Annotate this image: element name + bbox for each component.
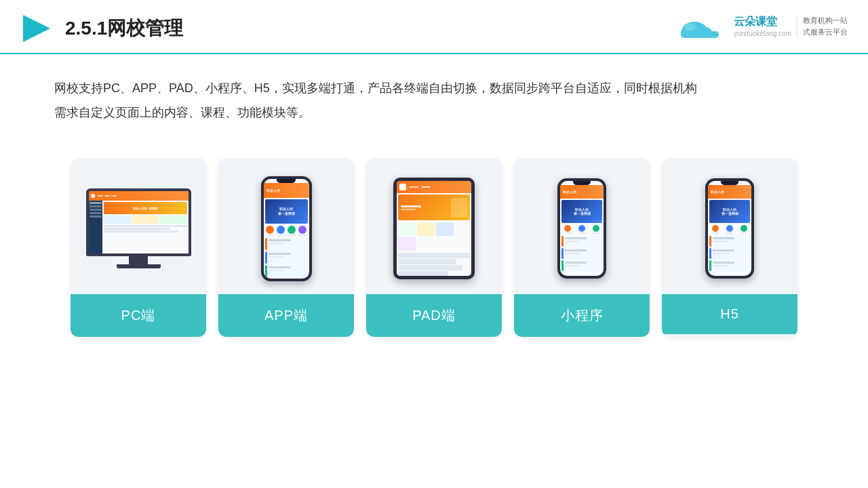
tablet-nav-1 bbox=[409, 186, 418, 188]
h5-row-text-3 bbox=[713, 262, 734, 264]
phone-row-3 bbox=[265, 265, 308, 277]
tablet-row-3 bbox=[398, 265, 462, 270]
svg-rect-4 bbox=[681, 31, 719, 38]
svg-point-5 bbox=[685, 23, 696, 31]
mini-icon-label-1 bbox=[564, 232, 571, 234]
logo-area: 云朵课堂 yunduoketang.com 教育机构一站 式服务云平台 bbox=[674, 15, 848, 42]
logo-tagline: 教育机构一站 bbox=[803, 15, 848, 26]
icon-circle-4 bbox=[298, 226, 307, 234]
h5-row-1 bbox=[709, 236, 750, 247]
card-pad-image bbox=[366, 159, 502, 294]
phone-mini-device: 职达人的 职达人的第一堂网课 bbox=[557, 178, 606, 279]
phone-h5-notch bbox=[721, 181, 738, 185]
phone-h5-screen: 职达人的 职达人的第一堂网课 bbox=[708, 181, 751, 276]
h5-icon-label-2 bbox=[726, 232, 733, 234]
phone-row-text-2 bbox=[269, 253, 292, 255]
logo-url: yunduoketang.com bbox=[734, 30, 791, 37]
h5-icon-circle-3 bbox=[741, 225, 747, 232]
card-app: 职达人的 职达人的第一堂网课 bbox=[218, 159, 354, 337]
cards-container: 职场人的第一堂网课 bbox=[0, 138, 868, 357]
h5-row-sub-1 bbox=[713, 241, 727, 242]
card-pc-image: 职场人的第一堂网课 bbox=[71, 159, 206, 294]
h5-row-text-1 bbox=[713, 237, 734, 239]
mini-icon-label-3 bbox=[593, 232, 599, 234]
card-mini-label: 小程序 bbox=[514, 294, 650, 337]
h5-row-text-2 bbox=[713, 249, 734, 251]
phone-header-text-app: 职达人的 bbox=[267, 188, 280, 192]
tablet-row-2 bbox=[398, 259, 456, 264]
phone-icon-3 bbox=[288, 226, 296, 236]
card-app-label: APP端 bbox=[218, 294, 354, 337]
tablet-row-4 bbox=[398, 271, 448, 276]
mini-row-text-3 bbox=[565, 262, 587, 264]
icon-circle-3 bbox=[288, 226, 296, 234]
grid-item-1 bbox=[398, 222, 416, 236]
card-app-image: 职达人的 职达人的第一堂网课 bbox=[218, 159, 354, 294]
card-mini-image: 职达人的 职达人的第一堂网课 bbox=[514, 159, 650, 294]
phone-row-sub-1 bbox=[269, 243, 283, 244]
phone-row-text-1 bbox=[269, 239, 292, 241]
h5-icon-1 bbox=[712, 225, 719, 234]
h5-icon-label-3 bbox=[741, 232, 747, 234]
card-pad-label: PAD端 bbox=[366, 294, 502, 337]
h5-row-3 bbox=[709, 260, 750, 271]
mini-row-3 bbox=[561, 260, 602, 271]
description-text: 网校支持PC、APP、PAD、小程序、H5，实现多端打通，产品各终端自由切换，数… bbox=[54, 76, 814, 100]
phone-header-app: 职达人的 bbox=[264, 183, 309, 198]
phone-device-app: 职达人的 职达人的第一堂网课 bbox=[261, 176, 312, 281]
mini-rows bbox=[561, 236, 602, 271]
phone-screen-app: 职达人的 职达人的第一堂网课 bbox=[264, 179, 309, 279]
icon-label-4 bbox=[298, 235, 307, 236]
mini-row-2 bbox=[561, 248, 602, 259]
description-area: 网校支持PC、APP、PAD、小程序、H5，实现多端打通，产品各终端自由切换，数… bbox=[0, 54, 868, 131]
h5-icon-circle-2 bbox=[726, 225, 733, 232]
mini-row-sub-2 bbox=[565, 253, 579, 254]
phone-rows-app bbox=[265, 238, 308, 277]
mini-icon-label-2 bbox=[578, 232, 585, 234]
phone-banner-text-app: 职达人的第一堂网课 bbox=[278, 207, 295, 216]
h5-row-2 bbox=[709, 248, 750, 259]
phone-row-2 bbox=[265, 251, 308, 264]
logo-text-area: 云朵课堂 yunduoketang.com bbox=[734, 15, 791, 37]
mini-icon-circle-2 bbox=[578, 225, 585, 232]
tablet-header bbox=[397, 181, 471, 193]
cloud-logo-icon bbox=[674, 15, 728, 42]
header-left: 2.5.1网校管理 bbox=[20, 12, 183, 45]
icon-label-2 bbox=[277, 235, 285, 236]
card-h5: 职达人的 职达人的第一堂网课 bbox=[662, 159, 797, 337]
grid-item-4 bbox=[398, 237, 416, 251]
header: 2.5.1网校管理 云朵课堂 yunduoketang.com 教育机构一站 式… bbox=[0, 0, 868, 54]
logo-tagline2: 式服务云平台 bbox=[803, 26, 848, 38]
h5-row-sub-2 bbox=[713, 253, 727, 254]
icon-circle-2 bbox=[277, 226, 285, 234]
tablet-content bbox=[397, 193, 471, 276]
phone-notch-app bbox=[277, 179, 296, 183]
mini-icon-3 bbox=[593, 225, 599, 234]
phone-banner-app: 职达人的第一堂网课 bbox=[265, 199, 308, 224]
phone-icon-1 bbox=[266, 226, 274, 236]
play-icon bbox=[20, 12, 53, 45]
tablet-screen bbox=[397, 181, 471, 276]
grid-item-2 bbox=[417, 222, 435, 236]
phone-icon-2 bbox=[277, 226, 285, 236]
h5-icon-3 bbox=[741, 225, 747, 234]
phone-mini-screen: 职达人的 职达人的第一堂网课 bbox=[560, 181, 604, 276]
h5-rows bbox=[709, 236, 750, 271]
h5-icon-label-1 bbox=[712, 232, 719, 234]
card-h5-label: H5 bbox=[662, 294, 797, 334]
description-text2: 需求自定义页面上的内容、课程、功能模块等。 bbox=[54, 100, 814, 125]
tablet-device bbox=[393, 178, 475, 279]
page-title: 2.5.1网校管理 bbox=[65, 16, 183, 41]
phone-h5-device: 职达人的 职达人的第一堂网课 bbox=[705, 178, 754, 279]
tablet-rows bbox=[398, 253, 470, 276]
mini-row-sub-1 bbox=[565, 241, 579, 242]
tablet-row-1 bbox=[398, 253, 470, 258]
tablet-banner bbox=[398, 195, 470, 220]
mini-row-sub-3 bbox=[565, 265, 579, 266]
mini-row-text-1 bbox=[565, 237, 587, 239]
phone-row-sub-3 bbox=[269, 270, 283, 271]
grid-item-3 bbox=[436, 222, 454, 236]
card-pad: PAD端 bbox=[366, 159, 502, 337]
logo-brand: 云朵课堂 bbox=[734, 15, 777, 29]
tablet-nav-2 bbox=[421, 186, 431, 188]
